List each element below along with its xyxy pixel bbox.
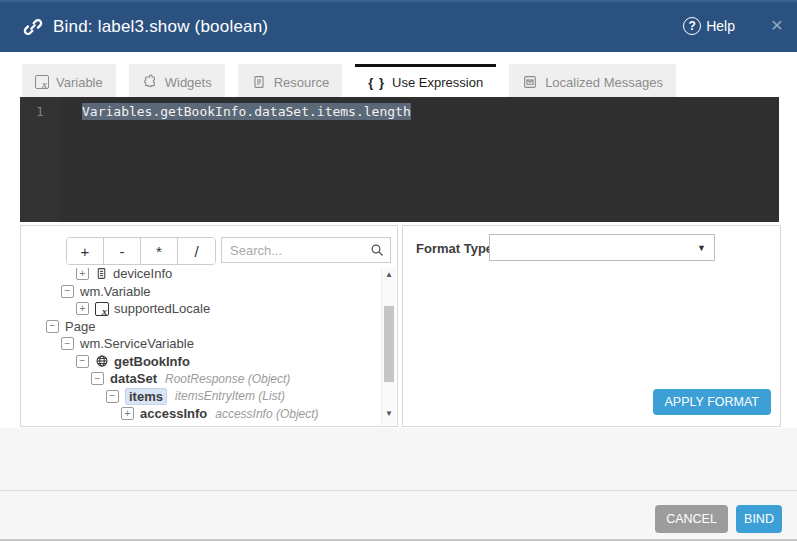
tab-label: Use Expression: [392, 75, 483, 90]
tab-resource[interactable]: Resource: [238, 64, 343, 97]
variable-icon: x: [95, 302, 109, 316]
expand-icon[interactable]: +: [76, 268, 89, 280]
bind-dialog: Bind: label3.show (boolean) ? Help × x V…: [0, 0, 797, 541]
collapse-icon[interactable]: −: [61, 337, 74, 350]
tree-item-accessinfo[interactable]: + accessInfo accessInfo (Object): [21, 405, 381, 423]
collapse-icon[interactable]: −: [91, 372, 104, 385]
expand-icon[interactable]: +: [121, 407, 134, 420]
collapse-icon[interactable]: −: [76, 355, 89, 368]
tab-label: Widgets: [165, 75, 212, 90]
tree-item-label: getBookInfo: [114, 354, 190, 369]
collapse-icon[interactable]: −: [106, 390, 119, 403]
expand-icon[interactable]: +: [76, 302, 89, 315]
resource-icon: [251, 74, 267, 90]
cancel-button[interactable]: CANCEL: [655, 505, 728, 533]
help-label: Help: [706, 18, 735, 34]
braces-icon: { }: [368, 75, 385, 90]
format-type-select[interactable]: ▼: [489, 234, 715, 261]
variable-icon: x: [35, 75, 49, 89]
format-type-label: Format Type: [416, 241, 493, 256]
format-panel: Format Type ▼ APPLY FORMAT: [402, 225, 781, 427]
tree-item-label: Page: [65, 319, 95, 334]
dialog-title: Bind: label3.show (boolean): [53, 17, 268, 37]
multiply-operator-button[interactable]: *: [141, 238, 178, 264]
search-icon: [369, 242, 385, 258]
tree-item-items[interactable]: − items itemsEntryItem (List): [21, 388, 381, 406]
collapse-icon[interactable]: −: [61, 285, 74, 298]
tab-use-expression[interactable]: { } Use Expression: [355, 64, 496, 97]
chevron-down-icon: ▼: [697, 243, 706, 253]
close-icon[interactable]: ×: [771, 14, 783, 35]
tree-item-label: dataSet: [110, 371, 157, 386]
scroll-up-icon[interactable]: ▲: [382, 270, 396, 284]
tree-scrollbar[interactable]: ▲ ▼: [381, 268, 396, 425]
tree-item-label: supportedLocale: [114, 301, 210, 316]
apply-format-button[interactable]: APPLY FORMAT: [653, 389, 771, 415]
footer-divider: [0, 490, 797, 491]
tab-variable[interactable]: x Variable: [22, 64, 116, 97]
search-box: [221, 237, 391, 263]
line-number: 1: [20, 97, 60, 222]
expression-editor: 1 Variables.getBookInfo.dataSet.items.le…: [20, 97, 779, 222]
divide-operator-button[interactable]: /: [178, 238, 215, 264]
tab-widgets[interactable]: Widgets: [129, 64, 225, 97]
expression-code: Variables.getBookInfo.dataSet.items.leng…: [82, 103, 411, 120]
dialog-header: Bind: label3.show (boolean) ? Help ×: [0, 0, 797, 52]
tree-item-type: accessInfo (Object): [215, 407, 318, 421]
tab-label: Localized Messages: [545, 75, 663, 90]
tree-item-wm-servicevariable[interactable]: − wm.ServiceVariable: [21, 335, 381, 353]
help-icon: ?: [683, 17, 701, 35]
search-input[interactable]: [221, 237, 391, 263]
tree-item-label: accessInfo: [140, 406, 207, 421]
tree-item-label: deviceInfo: [113, 268, 172, 281]
tree-item-dataset[interactable]: − dataSet RootResponse (Object): [21, 370, 381, 388]
tree-item-deviceinfo[interactable]: + deviceInfo: [21, 268, 381, 283]
tree-item-page[interactable]: − Page: [21, 318, 381, 336]
link-icon: [21, 15, 45, 39]
localized-messages-icon: [522, 74, 538, 90]
help-button[interactable]: ? Help: [683, 17, 735, 35]
tab-bar: x Variable Widgets Resource { } Use Expr…: [22, 64, 676, 97]
tree-item-label-selected: items: [125, 388, 167, 405]
tree-item-type: RootResponse (Object): [165, 372, 290, 386]
tree-item-type: itemsEntryItem (List): [175, 389, 285, 403]
widgets-icon: [142, 74, 158, 90]
operator-button-group: + - * /: [66, 237, 216, 265]
minus-operator-button[interactable]: -: [104, 238, 141, 264]
tab-label: Resource: [274, 75, 330, 90]
tree-item-wm-variable[interactable]: − wm.Variable: [21, 283, 381, 301]
scroll-down-icon[interactable]: ▼: [382, 409, 396, 423]
tree-item-supportedlocale[interactable]: + x supportedLocale: [21, 300, 381, 318]
tree-item-label: wm.Variable: [80, 284, 151, 299]
tree-item-label: wm.ServiceVariable: [80, 336, 194, 351]
expression-input[interactable]: Variables.getBookInfo.dataSet.items.leng…: [60, 97, 779, 222]
tab-localized-messages[interactable]: Localized Messages: [509, 64, 676, 97]
tab-label: Variable: [56, 75, 103, 90]
globe-icon: [95, 354, 109, 368]
format-type-value: [490, 240, 498, 255]
tree-item-getbookinfo[interactable]: − getBookInfo: [21, 353, 381, 371]
variables-tree-panel: + - * / + deviceInfo: [20, 225, 398, 427]
scrollbar-thumb[interactable]: [384, 306, 394, 382]
plus-operator-button[interactable]: +: [67, 238, 104, 264]
collapse-icon[interactable]: −: [46, 320, 59, 333]
device-icon: [95, 268, 108, 280]
bind-button[interactable]: BIND: [736, 505, 782, 533]
variables-tree: + deviceInfo − wm.Variable + x supported…: [21, 268, 381, 425]
